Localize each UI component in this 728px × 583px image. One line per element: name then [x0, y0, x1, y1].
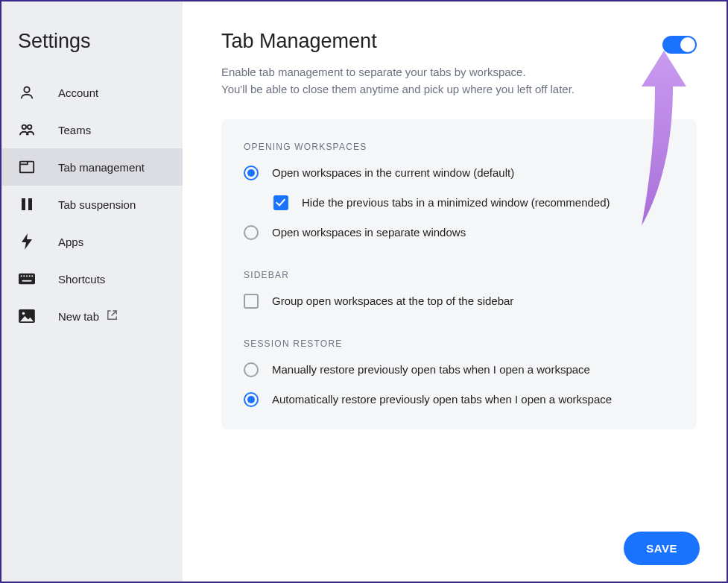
radio-icon — [244, 362, 259, 377]
bolt-icon — [18, 233, 36, 250]
section-opening-label: OPENING WORKSPACES — [244, 142, 674, 152]
svg-point-0 — [24, 87, 29, 92]
svg-rect-7 — [21, 275, 22, 277]
svg-rect-6 — [19, 274, 35, 285]
image-icon — [18, 307, 36, 325]
option-label: Group open workspaces at the top of the … — [272, 294, 513, 307]
svg-rect-12 — [22, 280, 32, 282]
people-icon — [18, 121, 36, 139]
checkbox-group-workspaces[interactable]: Group open workspaces at the top of the … — [244, 294, 674, 309]
sidebar-item-tab-suspension[interactable]: Tab suspension — [1, 186, 183, 223]
sidebar-item-teams[interactable]: Teams — [1, 111, 183, 148]
sidebar-item-account[interactable]: Account — [1, 74, 183, 111]
svg-rect-8 — [23, 275, 25, 277]
sidebar-item-shortcuts[interactable]: Shortcuts — [1, 260, 183, 297]
person-icon — [18, 83, 36, 101]
sidebar-item-label: Account — [58, 86, 98, 99]
radio-open-current-window[interactable]: Open workspaces in the current window (d… — [244, 166, 674, 180]
radio-auto-restore[interactable]: Automatically restore previously open ta… — [244, 392, 674, 407]
option-label: Hide the previous tabs in a minimized wi… — [302, 196, 610, 209]
keyboard-icon — [18, 270, 36, 288]
radio-icon — [244, 225, 259, 240]
radio-icon — [244, 392, 259, 407]
page-title: Tab Management — [221, 30, 575, 53]
sidebar-item-label: Tab suspension — [58, 198, 136, 211]
pause-icon — [18, 195, 36, 213]
sidebar-item-new-tab[interactable]: New tab — [1, 297, 183, 335]
save-button[interactable]: SAVE — [624, 532, 700, 565]
sidebar: Settings Account Teams Tab management Ta… — [1, 1, 183, 582]
option-label: Open workspaces in the current window (d… — [272, 166, 514, 179]
svg-point-2 — [28, 125, 31, 130]
main-content: Tab Management Enable tab management to … — [183, 1, 727, 582]
checkbox-icon — [244, 294, 259, 309]
external-link-icon — [107, 309, 118, 323]
svg-rect-5 — [28, 198, 32, 210]
sidebar-item-apps[interactable]: Apps — [1, 223, 183, 260]
radio-icon — [244, 166, 259, 180]
sidebar-item-label: Tab management — [58, 161, 145, 174]
svg-point-1 — [22, 125, 26, 130]
tab-icon — [18, 158, 36, 176]
svg-rect-9 — [26, 275, 28, 277]
svg-rect-11 — [31, 275, 33, 277]
section-sidebar-label: SIDEBAR — [244, 270, 674, 280]
svg-rect-4 — [22, 198, 25, 210]
sidebar-item-label: Teams — [58, 124, 91, 136]
option-label: Automatically restore previously open ta… — [272, 393, 612, 406]
options-panel: OPENING WORKSPACES Open workspaces in th… — [221, 119, 697, 429]
option-label: Open workspaces in separate windows — [272, 226, 466, 239]
toggle-knob — [680, 37, 695, 52]
sidebar-item-tab-management[interactable]: Tab management — [1, 148, 183, 186]
option-label: Manually restore previously open tabs wh… — [272, 363, 590, 376]
radio-manual-restore[interactable]: Manually restore previously open tabs wh… — [244, 362, 674, 377]
page-description: Enable tab management to separate your t… — [221, 63, 575, 98]
radio-open-separate-windows[interactable]: Open workspaces in separate windows — [244, 225, 674, 240]
section-session-label: SESSION RESTORE — [244, 338, 674, 349]
sidebar-item-label: Shortcuts — [58, 273, 105, 286]
sidebar-item-label: New tab — [58, 310, 99, 323]
sidebar-title: Settings — [1, 30, 183, 74]
checkbox-icon — [273, 195, 288, 210]
enable-toggle[interactable] — [662, 36, 697, 54]
svg-point-14 — [22, 312, 25, 315]
sidebar-item-label: Apps — [58, 236, 83, 248]
svg-rect-10 — [29, 275, 31, 277]
checkbox-hide-previous-tabs[interactable]: Hide the previous tabs in a minimized wi… — [273, 195, 674, 210]
